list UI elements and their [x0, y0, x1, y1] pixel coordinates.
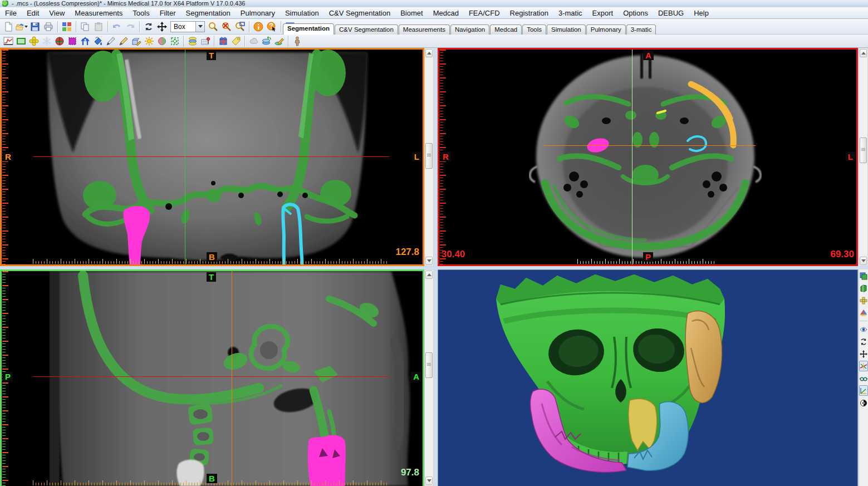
redo-icon[interactable]	[124, 20, 137, 33]
menu-fea-cfd[interactable]: FEA/CFD	[464, 8, 505, 18]
split-mask-icon[interactable]	[79, 35, 91, 47]
scroll-up-icon[interactable]	[425, 49, 433, 57]
rotate-view-icon[interactable]	[142, 20, 155, 33]
tab-pulmonary[interactable]: Pulmonary	[586, 24, 626, 35]
multiple-slice-edit-icon[interactable]	[130, 35, 143, 47]
sagittal-vertical-crosshair[interactable]	[232, 271, 232, 486]
tab-cv-segmentation[interactable]: C&V Segmentation	[335, 24, 398, 35]
pan-view-icon[interactable]	[155, 20, 169, 33]
sagittal-horizontal-crosshair[interactable]	[33, 376, 389, 377]
view-mode-combobox[interactable]: Box	[170, 21, 205, 32]
tab-tools[interactable]: Tools	[522, 24, 546, 35]
context-help-icon[interactable]	[265, 20, 278, 33]
open-project-icon[interactable]	[15, 20, 28, 33]
axial-horizontal-crosshair[interactable]	[543, 145, 756, 146]
scroll-up-icon[interactable]	[860, 49, 867, 57]
copy-icon[interactable]	[79, 20, 92, 33]
coronal-scroll-thumb[interactable]	[425, 143, 433, 169]
paste-icon-disabled[interactable]	[92, 20, 105, 33]
stereo-glasses-icon[interactable]	[859, 373, 868, 384]
menu-help[interactable]: Help	[689, 8, 714, 18]
boolean-operations-icon[interactable]	[217, 35, 229, 47]
menu-measurements[interactable]: Measurements	[70, 8, 127, 18]
menu-3matic[interactable]: 3-matic	[553, 8, 587, 18]
anatomy-figure-icon[interactable]	[291, 35, 303, 47]
axes-toggle-icon[interactable]	[859, 361, 868, 371]
dynamic-region-grow-icon[interactable]	[53, 35, 66, 47]
tab-medcad[interactable]: Medcad	[490, 24, 522, 35]
rectangle-select-icon[interactable]	[14, 35, 27, 47]
menu-registration[interactable]: Registration	[505, 8, 553, 18]
orientation-pyramid-icon[interactable]	[859, 307, 868, 318]
menu-debug[interactable]: DEBUG	[653, 8, 689, 18]
zoom-in-icon[interactable]	[207, 20, 220, 33]
draw-profile-icon[interactable]	[104, 35, 117, 47]
rotate-3d-icon[interactable]	[859, 336, 868, 347]
undo-icon[interactable]	[110, 20, 124, 33]
viewport-3d[interactable]	[438, 269, 858, 486]
calculate-part-icon-disabled[interactable]	[40, 35, 53, 47]
update-3d-icon[interactable]	[260, 35, 273, 47]
menu-cv-segmentation[interactable]: C&V Segmentation	[324, 8, 396, 18]
label-tag-icon[interactable]	[229, 35, 242, 47]
edit-masks-icon[interactable]	[66, 35, 79, 47]
menu-biomet[interactable]: Biomet	[395, 8, 428, 18]
menu-options[interactable]: Options	[618, 8, 653, 18]
axial-vertical-crosshair[interactable]	[632, 50, 632, 264]
axial-scroll-thumb[interactable]	[860, 138, 867, 163]
tile-views-icon[interactable]	[859, 295, 868, 306]
menu-filter[interactable]: Filter	[155, 8, 181, 18]
viewport-axial[interactable]: A P R L 30.40 69.30	[438, 48, 858, 266]
scroll-down-icon[interactable]	[425, 257, 433, 265]
menu-view[interactable]: View	[44, 8, 70, 18]
title-bar[interactable]: - .mcs - (Lossless Compression)* - Mimic…	[0, 0, 868, 7]
tab-3matic[interactable]: 3-matic	[626, 24, 656, 35]
calculate-polylines-icon[interactable]	[199, 35, 212, 47]
smart-fill-icon[interactable]	[143, 35, 155, 47]
scroll-up-icon[interactable]	[425, 271, 433, 279]
menu-segmentation[interactable]: Segmentation	[181, 8, 236, 18]
viewport-coronal[interactable]: T B R L 127.8	[0, 48, 424, 266]
scroll-down-icon[interactable]	[425, 477, 433, 485]
menu-tools[interactable]: Tools	[127, 8, 154, 18]
region-growing-icon[interactable]	[27, 35, 40, 47]
sagittal-scroll-thumb[interactable]	[425, 352, 433, 378]
menu-export[interactable]: Export	[587, 8, 619, 18]
coronal-scrollbar[interactable]	[424, 48, 434, 266]
calculate-3d-icon[interactable]	[186, 35, 199, 47]
project-management-icon[interactable]	[60, 20, 73, 33]
edit-3d-icon[interactable]	[273, 35, 286, 47]
menu-simulation[interactable]: Simulation	[280, 8, 324, 18]
menu-medcad[interactable]: Medcad	[428, 8, 464, 18]
pan-3d-icon[interactable]	[859, 348, 868, 359]
zoom-rectangle-icon[interactable]	[233, 20, 247, 33]
crop-mask-icon[interactable]	[168, 35, 181, 47]
menu-file[interactable]: File	[0, 8, 22, 18]
tab-simulation[interactable]: Simulation	[547, 24, 586, 35]
morphology-ball-icon[interactable]	[155, 35, 168, 47]
viewport-sagittal[interactable]: T B P A 97.8	[0, 269, 424, 486]
unzoom-icon[interactable]	[220, 20, 233, 33]
save-icon[interactable]	[28, 20, 42, 33]
menu-pulmonary[interactable]: Pulmonary	[236, 8, 280, 18]
boolean-fill-icon[interactable]	[91, 35, 104, 47]
tab-navigation[interactable]: Navigation	[450, 24, 489, 35]
tab-segmentation[interactable]: Segmentation	[283, 23, 334, 35]
contrast-invert-icon[interactable]	[859, 397, 868, 408]
overlap-views-icon[interactable]	[859, 271, 868, 281]
open-dropdown-caret-icon[interactable]	[24, 26, 28, 28]
scroll-down-icon[interactable]	[860, 257, 867, 265]
edit-pencil-icon[interactable]	[117, 35, 130, 47]
menu-edit[interactable]: Edit	[22, 8, 44, 18]
axial-scrollbar[interactable]	[859, 48, 868, 266]
print-icon[interactable]	[42, 20, 55, 33]
coronal-vertical-crosshair[interactable]	[185, 50, 185, 264]
tab-measurements[interactable]: Measurements	[399, 24, 450, 35]
cloud-icon-disabled[interactable]	[247, 35, 260, 47]
sagittal-scrollbar[interactable]	[424, 269, 434, 486]
coronal-horizontal-crosshair[interactable]	[33, 156, 389, 157]
solid-view-icon[interactable]	[859, 283, 868, 293]
visibility-eye-icon[interactable]	[859, 324, 868, 335]
new-document-icon[interactable]	[2, 20, 15, 33]
combo-caret-icon[interactable]	[195, 22, 204, 32]
